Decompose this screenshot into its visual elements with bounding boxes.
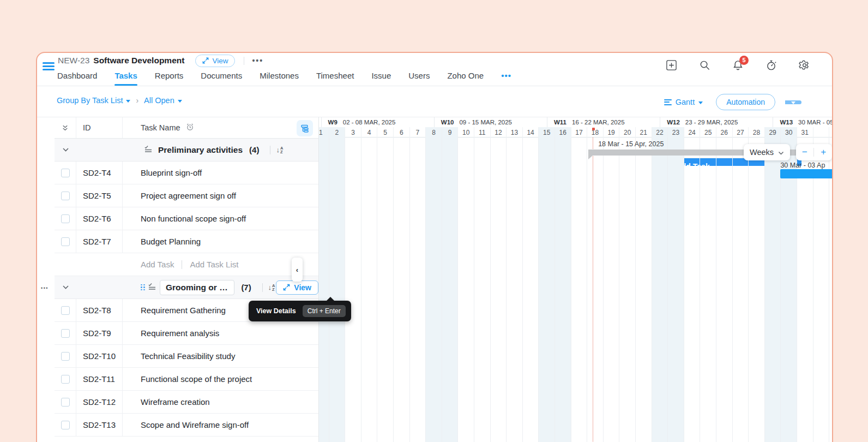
task-name[interactable]: Technical Feasibility study xyxy=(123,345,318,367)
automation-button[interactable]: Automation xyxy=(716,94,775,110)
day-gridline xyxy=(829,138,829,442)
weekend-column xyxy=(319,138,329,442)
task-checkbox[interactable] xyxy=(61,398,70,407)
drag-handle-icon[interactable] xyxy=(141,284,145,291)
day-gridline xyxy=(764,138,765,442)
task-id: SD2-T13 xyxy=(76,414,123,436)
notifications-bell-icon[interactable]: 5 xyxy=(732,59,744,71)
column-header-task-name[interactable]: Task Name xyxy=(141,123,180,132)
project-more-menu[interactable]: ••• xyxy=(252,56,263,65)
filter-dropdown[interactable]: All Open xyxy=(144,96,182,105)
gantt-day-cell: 2 xyxy=(329,127,345,138)
day-gridline xyxy=(780,138,781,442)
gantt-day-cell: 10 xyxy=(457,127,474,138)
tab-tasks[interactable]: Tasks xyxy=(114,68,137,86)
project-window: NEW-23 Software Development View ••• Das… xyxy=(36,52,833,442)
gantt-day-header: 1234567891011121314151617181920212223242… xyxy=(319,127,832,138)
chevron-down-icon xyxy=(791,101,795,104)
task-name[interactable]: Non functional scope sign-off xyxy=(123,207,318,230)
collapse-all-icon[interactable] xyxy=(61,124,69,132)
day-gridline xyxy=(409,138,410,442)
gantt-day-cell: 13 xyxy=(506,127,522,138)
task-checkbox[interactable] xyxy=(61,421,70,429)
add-new-icon[interactable] xyxy=(666,59,677,71)
gantt-scale-dropdown[interactable]: Weeks xyxy=(744,144,790,160)
task-checkbox[interactable] xyxy=(61,214,70,223)
timer-icon[interactable] xyxy=(765,59,777,71)
group-task-count: (4) xyxy=(249,145,259,154)
project-view-button[interactable]: View xyxy=(195,55,235,67)
tab-milestones[interactable]: Milestones xyxy=(260,68,299,86)
collapse-panel-handle[interactable]: ‹ xyxy=(292,258,303,282)
hamburger-menu-icon[interactable] xyxy=(43,62,55,71)
group-title[interactable]: Preliminary activities xyxy=(158,145,243,155)
tab-timesheet[interactable]: Timesheet xyxy=(316,68,354,86)
task-row: SD2-T5Project agreement sign off xyxy=(55,184,318,207)
search-icon[interactable] xyxy=(699,59,710,71)
gantt-day-cell: 23 xyxy=(667,127,684,138)
tab-users[interactable]: Users xyxy=(408,68,430,86)
task-checkbox[interactable] xyxy=(61,237,70,246)
task-name[interactable]: Scope and Wireframe sign-off xyxy=(123,414,318,436)
group-by-dropdown[interactable]: Group By Task List xyxy=(57,96,130,105)
task-checkbox[interactable] xyxy=(61,352,70,361)
tabs-more-menu[interactable]: ••• xyxy=(501,68,511,86)
tab-documents[interactable]: Documents xyxy=(201,68,242,86)
task-checkbox[interactable] xyxy=(61,329,70,338)
task-bar-label: 30 Mar - 03 Ap xyxy=(780,162,825,169)
task-name[interactable]: Functional scope of the project xyxy=(123,368,318,390)
week-number: W12 xyxy=(667,119,680,126)
task-id: SD2-T5 xyxy=(76,184,123,207)
gantt-day-cell: 24 xyxy=(684,127,700,138)
chevron-down-icon[interactable] xyxy=(62,285,69,290)
task-checkbox[interactable] xyxy=(61,192,70,200)
zoom-in-button[interactable]: + xyxy=(815,147,831,158)
add-task-link[interactable]: Add Task xyxy=(141,260,174,269)
tab-issue[interactable]: Issue xyxy=(371,68,391,86)
row-menu-dots[interactable]: ••• xyxy=(41,285,49,291)
day-gridline xyxy=(538,138,539,442)
gantt-day-cell: 18 xyxy=(587,127,603,138)
group-view-button[interactable]: View xyxy=(276,280,318,295)
task-name[interactable]: Project agreement sign off xyxy=(123,184,318,207)
sort-az-icon[interactable]: ↓AZ xyxy=(268,283,275,291)
tab-dashboard[interactable]: Dashboard xyxy=(57,68,97,86)
reminder-alarm-icon[interactable] xyxy=(186,123,194,133)
add-task-dropdown-arrow[interactable] xyxy=(785,100,801,104)
group-title-editable[interactable]: Grooming or Require... xyxy=(160,280,234,295)
task-checkbox[interactable] xyxy=(61,306,70,315)
day-gridline xyxy=(457,138,458,442)
gantt-day-cell: 7 xyxy=(409,127,426,138)
task-name[interactable]: Requirement analysis xyxy=(123,322,318,344)
gantt-day-cell: 15 xyxy=(538,127,554,138)
column-header-id[interactable]: ID xyxy=(76,117,123,138)
weekend-column xyxy=(764,138,781,442)
zoom-out-button[interactable]: − xyxy=(797,147,813,158)
task-group-header-selected[interactable]: Grooming or Require... (7) ↓AZ View xyxy=(55,276,318,299)
day-gridline xyxy=(393,138,394,442)
view-mode-dropdown[interactable]: Gantt xyxy=(664,98,703,106)
task-name[interactable]: Blueprint sign-off xyxy=(123,162,318,184)
gantt-day-cell xyxy=(813,127,829,138)
day-gridline xyxy=(361,138,361,442)
weekend-column xyxy=(329,138,345,442)
task-group-header[interactable]: Preliminary activities (4) ↓AZ xyxy=(55,139,318,162)
task-name[interactable]: Wireframe creation xyxy=(123,391,318,413)
chevron-down-icon[interactable] xyxy=(62,147,69,152)
tab-zoho-one[interactable]: Zoho One xyxy=(447,68,484,86)
project-id: NEW-23 xyxy=(58,56,89,65)
task-row: SD2-T10Technical Feasibility study xyxy=(55,345,318,368)
task-row: SD2-T12Wireframe creation xyxy=(55,391,318,414)
sort-az-icon[interactable]: ↓AZ xyxy=(276,146,283,154)
hierarchy-view-button[interactable] xyxy=(297,120,313,136)
task-name[interactable]: Budget Planning xyxy=(123,230,318,253)
summary-bar[interactable] xyxy=(588,150,832,156)
task-checkbox[interactable] xyxy=(61,375,70,384)
add-task-list-link[interactable]: Add Task List xyxy=(190,260,238,269)
gantt-week-w9: W902 - 08 MAR, 2025 xyxy=(321,117,434,127)
task-checkbox[interactable] xyxy=(61,169,70,177)
settings-gear-icon[interactable] xyxy=(799,59,810,71)
tab-reports[interactable]: Reports xyxy=(155,68,184,86)
task-bar[interactable] xyxy=(780,169,832,178)
gantt-week-w10: W1009 - 15 MAR, 2025 xyxy=(434,117,547,127)
